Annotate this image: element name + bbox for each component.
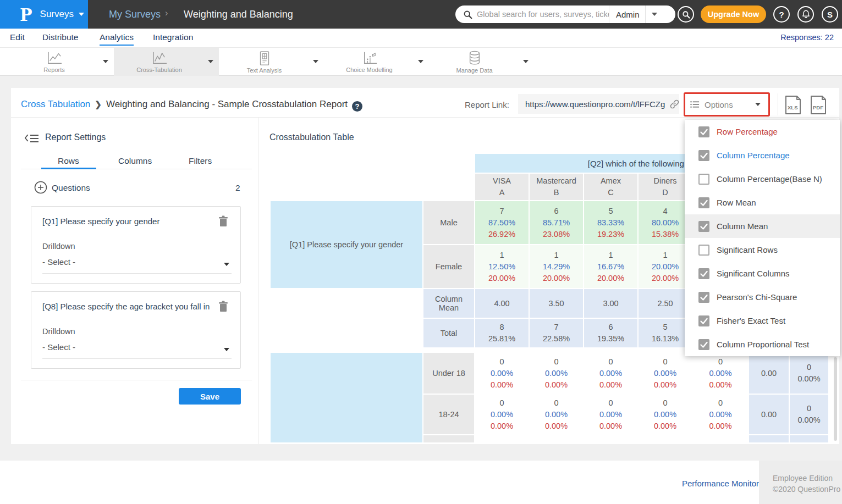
breadcrumb-my-surveys[interactable]: My Surveys	[109, 9, 161, 20]
drilldown-select[interactable]: - Select -	[42, 342, 232, 359]
row-mean-cell: 0.00	[749, 395, 789, 434]
options-menu-item-0[interactable]: Row Percentage	[685, 120, 840, 143]
table-cell	[530, 435, 583, 442]
export-xls-button[interactable]: XLS	[785, 95, 801, 115]
table-cell	[271, 174, 474, 200]
edition-panel: Employee Edition ©2020 QuestionPro	[759, 461, 842, 504]
checkbox-checked-icon[interactable]	[698, 197, 709, 208]
question-label: [Q8] Please specify the age bracket you …	[42, 302, 213, 311]
checkbox-unchecked-icon[interactable]	[698, 245, 709, 256]
data-cell: 112.50%20.00%	[475, 245, 529, 288]
data-cell: 787.50%26.92%	[475, 201, 529, 244]
options-button[interactable]: Options	[684, 92, 770, 117]
chevron-down-icon[interactable]	[208, 60, 213, 63]
chevron-down-icon[interactable]	[523, 60, 529, 63]
help-button[interactable]: ?	[773, 6, 790, 23]
checkbox-checked-icon[interactable]	[698, 339, 709, 350]
search-scope-admin[interactable]: Admin	[609, 5, 645, 23]
checkbox-checked-icon[interactable]	[698, 221, 709, 232]
options-menu-item-8[interactable]: Fisher's Exact Test	[685, 309, 840, 333]
total-cell: 825.81%	[475, 319, 529, 347]
data-cell: 00.00%0.00%	[530, 353, 583, 394]
chevron-down-icon[interactable]	[418, 60, 423, 63]
options-menu-item-9[interactable]: Column Proportional Test	[685, 333, 840, 356]
divider	[778, 93, 778, 115]
data-cell: 00.00%0.00%	[530, 395, 583, 434]
tab-filters[interactable]: Filters	[189, 156, 212, 166]
save-button[interactable]: Save	[179, 388, 241, 405]
checkbox-unchecked-icon[interactable]	[698, 174, 709, 185]
responses-count[interactable]: Responses: 22	[780, 33, 834, 42]
drilldown-select-value: - Select -	[42, 342, 75, 352]
column-header-mastercard: MastercardB	[530, 174, 583, 200]
avatar-initial: S	[827, 10, 833, 19]
tab-columns[interactable]: Columns	[118, 156, 152, 166]
options-menu-item-1[interactable]: Column Percentage	[685, 143, 840, 167]
report-breadcrumb: Cross Tabulation❯Weighting and Balancing…	[21, 99, 362, 112]
product-switcher[interactable]: P Surveys	[0, 0, 88, 29]
options-menu-item-label: Column Percentage	[717, 151, 790, 160]
options-menu-item-2[interactable]: Column Percentage(Base N)	[685, 167, 840, 191]
global-search[interactable]: Admin	[455, 5, 675, 23]
chevron-down-icon[interactable]	[313, 60, 318, 63]
checkbox-checked-icon[interactable]	[698, 150, 709, 161]
options-menu-item-3[interactable]: Row Mean	[685, 191, 840, 214]
table-cell	[271, 154, 474, 173]
chevron-down-icon	[755, 103, 761, 106]
svg-text:PDF: PDF	[813, 104, 823, 110]
search-scope-label: Admin	[616, 10, 640, 19]
search-submit-button[interactable]	[678, 6, 694, 23]
tab-integration[interactable]: Integration	[153, 32, 193, 45]
avatar[interactable]: S	[822, 6, 838, 23]
options-dropdown-menu: Row PercentageColumn PercentageColumn Pe…	[685, 120, 840, 356]
cross-tabulation-link[interactable]: Cross Tabulation	[21, 99, 90, 109]
table-cell	[693, 435, 748, 442]
text-analysis-document-icon	[258, 51, 271, 66]
toolbar-item-text-analysis[interactable]: Text Analysis	[219, 48, 324, 76]
performance-monitor-link[interactable]: Performance Monitor	[682, 479, 759, 488]
tab-analytics[interactable]: Analytics	[100, 32, 134, 46]
tab-edit[interactable]: Edit	[10, 32, 25, 45]
options-menu-item-5[interactable]: Significant Rows	[685, 238, 840, 262]
checkbox-checked-icon[interactable]	[698, 126, 709, 137]
panel-divider	[258, 117, 259, 444]
q1-row-group-label: [Q1] Please specify your gender	[271, 201, 422, 288]
table-cell	[790, 435, 828, 442]
checkbox-checked-icon[interactable]	[698, 292, 709, 303]
chevron-down-icon[interactable]	[103, 60, 108, 63]
data-cell: 00.00%0.00%	[475, 395, 529, 434]
toolbar-item-choice-modelling[interactable]: Choice Modelling	[324, 48, 429, 76]
toolbar-item-cross-tabulation[interactable]: Cross-Tabulation	[114, 48, 219, 76]
toolbar-item-reports[interactable]: Reports	[9, 48, 114, 76]
active-tab-indicator	[41, 168, 96, 169]
options-menu-item-7[interactable]: Pearson's Chi-Square	[685, 285, 840, 309]
options-menu-item-label: Column Proportional Test	[717, 340, 809, 349]
toolbar-item-label: Cross-Tabulation	[136, 67, 182, 73]
search-icon	[463, 10, 472, 19]
options-menu-item-4[interactable]: Column Mean	[685, 214, 840, 238]
search-scope-dropdown[interactable]	[645, 5, 664, 23]
report-link-label: Report Link:	[465, 100, 509, 109]
help-icon[interactable]: ?	[352, 101, 362, 112]
delete-question-icon[interactable]	[218, 215, 228, 227]
upgrade-now-button[interactable]: Upgrade Now	[701, 5, 766, 23]
checkbox-checked-icon[interactable]	[698, 315, 709, 326]
delete-question-icon[interactable]	[218, 301, 228, 312]
notifications-button[interactable]	[797, 6, 814, 23]
toolbar-item-manage-data[interactable]: Manage Data	[429, 48, 534, 76]
search-input[interactable]	[477, 10, 609, 19]
tab-rows[interactable]: Rows	[58, 156, 79, 166]
checkbox-checked-icon[interactable]	[698, 268, 709, 279]
collapse-panel-icon[interactable]	[24, 133, 40, 144]
export-pdf-button[interactable]: PDF	[810, 95, 827, 115]
drilldown-select[interactable]: - Select -	[42, 257, 232, 274]
cross-tabulation-chart-icon	[151, 51, 168, 65]
tab-distribute[interactable]: Distribute	[42, 32, 78, 45]
table-vertical-scrollbar[interactable]	[834, 357, 837, 441]
table-cell	[639, 435, 692, 442]
options-menu-item-6[interactable]: Significant Columns	[685, 262, 840, 285]
report-url-box[interactable]: https://www.questionpro.com/t/lFFCZg	[518, 94, 679, 114]
questions-label: Questions	[52, 183, 90, 193]
column-header-amex: AmexC	[584, 174, 637, 200]
add-question-button[interactable]	[34, 181, 47, 194]
